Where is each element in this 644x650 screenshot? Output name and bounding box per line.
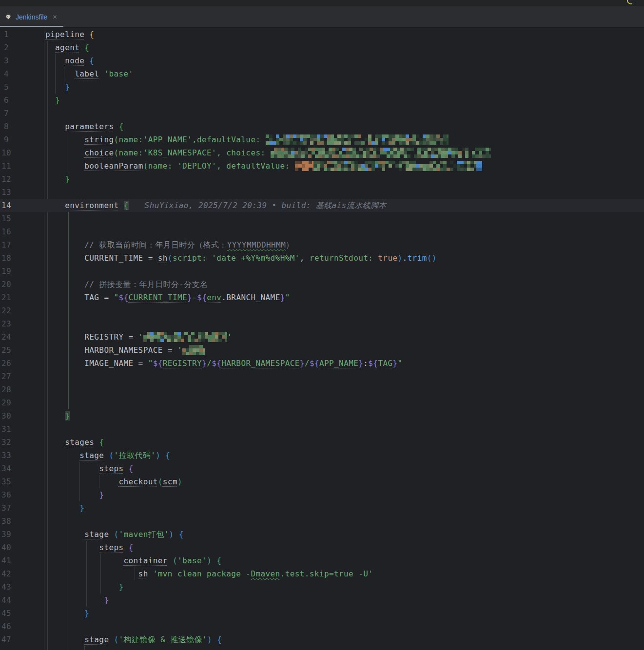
code-token: trim [408, 253, 427, 263]
code-line[interactable]: 13 [0, 186, 644, 199]
code-token [45, 96, 55, 105]
code-line[interactable]: 37 } [0, 501, 644, 515]
code-line[interactable]: 16 [0, 225, 644, 238]
code-token: } [65, 411, 70, 421]
code-line[interactable]: 19 [0, 265, 644, 278]
code-line[interactable]: 9 string(name:'APP_NAME',defaultValue: [0, 133, 644, 146]
code-line[interactable]: 42 sh 'mvn clean package -Dmaven.test.sk… [0, 567, 644, 580]
redacted-text [313, 161, 476, 171]
code-token: . [403, 253, 408, 263]
code-token: : [363, 359, 368, 368]
code-token: ${ [368, 359, 378, 368]
code-line[interactable]: 25 HARBOR_NAMESPACE = ' [0, 344, 644, 357]
sync-progress-ring-icon[interactable] [625, 0, 636, 6]
code-token: ${ [197, 293, 207, 302]
code-line[interactable]: 1pipeline { [0, 28, 644, 41]
code-line[interactable]: 21 TAG = "${CURRENT_TIME}-${env.BRANCH_N… [0, 291, 644, 304]
code-token: checkout [119, 477, 158, 486]
code-line[interactable]: 26 IMAGE_NAME = "${REGISTRY}/${HARBOR_NA… [0, 357, 644, 370]
code-token: stages [65, 438, 94, 447]
code-token [99, 69, 104, 78]
code-token: stage [84, 530, 109, 539]
code-token [104, 451, 109, 460]
code-line[interactable]: 41 container ('base') { [0, 554, 644, 567]
code-token: CURRENT_TIME = [45, 253, 158, 263]
code-line[interactable]: 6 } [0, 94, 644, 107]
code-token: YYYYMMDDHHMM [227, 240, 286, 249]
code-line[interactable]: 23 [0, 317, 644, 330]
code-line[interactable]: 3 node { [0, 54, 644, 67]
line-number: 23 [0, 317, 13, 330]
code-line[interactable]: 39 stage ('maven打包') { [0, 528, 644, 541]
code-line[interactable]: 45 } [0, 607, 644, 620]
code-token [45, 82, 65, 92]
code-line[interactable]: 40 steps { [0, 541, 644, 554]
code-line[interactable]: 43 } [0, 580, 644, 593]
jenkins-icon [4, 13, 12, 21]
code-line[interactable]: 33 stage ('拉取代码') { [0, 449, 644, 462]
code-token: } [55, 96, 60, 105]
code-line[interactable]: 14 environment {ShuYixiao, 2025/7/2 20:3… [0, 199, 644, 212]
redacted-text [182, 345, 205, 355]
code-line[interactable]: 20 // 拼接变量：年月日时分-分支名 [0, 278, 644, 291]
code-token: 'date +%Y%m%d%H%M' [212, 253, 300, 263]
code-line[interactable]: 24 REGISTRY = '' [0, 330, 644, 344]
code-line[interactable]: 44 } [0, 593, 644, 607]
code-token [109, 635, 114, 644]
code-token [174, 530, 179, 539]
code-line[interactable]: 46 [0, 620, 644, 633]
code-token [373, 253, 378, 263]
code-token: ) [207, 556, 212, 565]
code-token [160, 451, 165, 460]
code-line[interactable]: 32 stages { [0, 436, 644, 449]
ide-window: { "window": { "status_icon": "sync-progr… [0, 0, 644, 650]
code-editor[interactable]: 1pipeline {2 agent {3 node {4 label 'bas… [0, 28, 644, 650]
code-line[interactable]: 38 [0, 515, 644, 528]
code-line[interactable]: 34 steps { [0, 462, 644, 475]
line-number: 8 [0, 120, 13, 133]
line-number: 42 [0, 567, 13, 580]
code-line[interactable]: 11 booleanParam(name: 'DEPLOY', defaultV… [0, 159, 644, 172]
code-line[interactable]: 8 parameters { [0, 120, 644, 133]
code-token [84, 56, 89, 65]
code-token: IMAGE_NAME = [45, 359, 148, 368]
line-number: 11 [0, 159, 13, 172]
code-token: } [280, 293, 285, 302]
code-token: returnStdout: [310, 253, 373, 263]
code-line[interactable]: 29 [0, 396, 644, 409]
code-line[interactable]: 47 stage ('构建镜像 & 推送镜像') { [0, 633, 644, 646]
code-line[interactable]: 22 [0, 304, 644, 317]
code-line[interactable]: 28 [0, 383, 644, 396]
code-line[interactable]: 27 [0, 370, 644, 383]
code-line[interactable]: 10 choice(name:'K8S_NAMESPACE', choices: [0, 146, 644, 159]
tab-close-icon[interactable]: ✕ [52, 14, 57, 20]
code-line[interactable]: 17 // 获取当前时间：年月日时分（格式：YYYYMMDDHHMM） [0, 238, 644, 251]
code-token: } [79, 503, 84, 513]
code-line[interactable]: 4 label 'base' [0, 67, 644, 80]
code-line[interactable]: 35 checkout(scm) [0, 475, 644, 488]
code-token: } [119, 582, 124, 592]
code-token: } [393, 359, 398, 368]
line-number: 2 [0, 41, 13, 54]
code-line[interactable]: 18 CURRENT_TIME = sh(script: 'date +%Y%m… [0, 251, 644, 265]
code-token: " [285, 293, 290, 302]
code-token: // 拼接变量：年月日时分-分支名 [84, 280, 208, 289]
code-token [79, 43, 84, 52]
code-line[interactable]: 30 } [0, 409, 644, 422]
code-token: 'mvn clean package - [153, 569, 251, 578]
code-token: APP_NAME [319, 359, 358, 368]
code-token: // 获取当前时间：年月日时分（格式： [84, 240, 227, 249]
code-token: ' [227, 332, 232, 342]
code-token: ' [177, 345, 182, 355]
code-token: ) [177, 477, 182, 486]
code-line[interactable]: 5 } [0, 80, 644, 94]
code-line[interactable]: 36 } [0, 488, 644, 501]
code-line[interactable]: 2 agent { [0, 41, 644, 54]
tab-jenkinsfile[interactable]: Jenkinsfile ✕ [0, 6, 63, 27]
code-token: " [114, 293, 118, 302]
code-line[interactable]: 7 [0, 107, 644, 120]
code-line[interactable]: 15 [0, 212, 644, 225]
code-token [45, 148, 84, 157]
code-line[interactable]: 31 [0, 422, 644, 436]
code-line[interactable]: 12 } [0, 172, 644, 186]
